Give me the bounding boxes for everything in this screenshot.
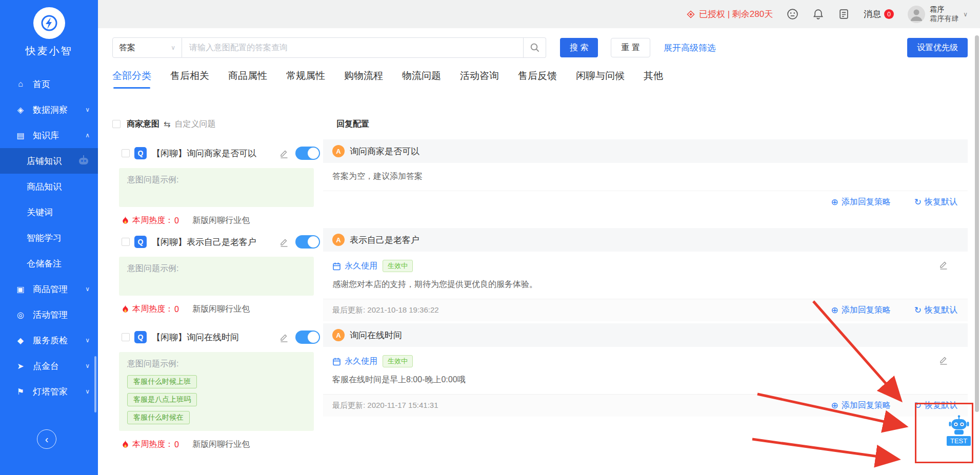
tab-after-sales-feedback[interactable]: 售后反馈 <box>518 69 557 89</box>
sidebar-scrollbar[interactable] <box>94 356 96 412</box>
reply-header: A 表示自己是老客户 <box>323 228 968 252</box>
search-icon <box>530 43 540 53</box>
sidebar-collapse-button[interactable]: ‹ <box>37 429 56 449</box>
restore-default-link[interactable]: ↻ 恢复默认 <box>914 400 957 411</box>
tab-other[interactable]: 其他 <box>644 69 663 89</box>
reply-body: 永久使用 生效中 感谢您对本店的支持，期待为您提供更优良的服务体验。 <box>323 252 968 299</box>
restore-default-link[interactable]: ↻ 恢复默认 <box>914 305 957 316</box>
intent-title: 【闲聊】表示自己是老客户 <box>152 236 256 248</box>
heat-label: 本周热度： <box>132 304 173 315</box>
notes-button[interactable] <box>838 8 850 20</box>
col-merchant-intent: 商家意图 <box>127 119 159 130</box>
knowledge-icon: ▤ <box>15 131 26 140</box>
sidebar-item-label: 点金台 <box>33 360 59 372</box>
sidebar-item-knowledge[interactable]: ▤ 知识库 ∧ <box>0 122 98 148</box>
license-text: 已授权 | 剩余280天 <box>699 8 773 20</box>
sidebar-item-shop-knowledge[interactable]: 店铺知识 <box>0 148 98 174</box>
edit-intent-button[interactable] <box>279 237 289 247</box>
sidebar-item-label: 活动管理 <box>33 309 68 321</box>
search-field-select[interactable]: 答案 ∨ <box>112 37 182 58</box>
col-custom-question[interactable]: 自定义问题 <box>174 119 215 130</box>
sidebar-item-home[interactable]: ⌂ 首页 <box>0 71 98 97</box>
search-icon-button[interactable] <box>524 37 546 58</box>
advanced-filter-link[interactable]: 展开高级筛选 <box>664 42 716 54</box>
sidebar-item-activity-manage[interactable]: ◎ 活动管理 <box>0 302 98 327</box>
tab-product-attrs[interactable]: 商品属性 <box>228 69 267 89</box>
sidebar-item-data-insight[interactable]: ◈ 数据洞察 ∨ <box>0 97 98 122</box>
intent-enabled-toggle[interactable] <box>295 147 320 160</box>
sidebar-item-keywords[interactable]: 关键词 <box>0 199 98 225</box>
example-box: 意图问题示例: <box>119 168 314 207</box>
row-checkbox[interactable] <box>122 238 130 246</box>
tab-general-attrs[interactable]: 常规属性 <box>286 69 325 89</box>
set-priority-button[interactable]: 设置优先级 <box>907 38 968 57</box>
messages-button[interactable]: 消息 0 <box>864 8 894 20</box>
tab-shopping-flow[interactable]: 购物流程 <box>344 69 383 89</box>
messages-label: 消息 <box>864 8 881 20</box>
user-menu[interactable]: 霜序 霜序有肆 ∨ <box>908 5 968 23</box>
select-all-checkbox[interactable] <box>112 120 121 128</box>
sidebar-item-dianjintai[interactable]: ➤ 点金台 ∨ <box>0 353 98 379</box>
edit-reply-button[interactable] <box>939 355 948 365</box>
reply-actions: ⊕ 添加回复策略 ↻ 恢复默认 <box>831 197 958 208</box>
intent-list: 商家意图 ⇆ 自定义问题 回复配置 Q 【闲聊】询问商家是否可以 <box>112 115 968 450</box>
row-checkbox[interactable] <box>122 333 130 341</box>
pencil-icon <box>279 333 289 342</box>
question-badge: Q <box>134 147 147 159</box>
reply-header: A 询问商家是否可以 <box>323 139 968 163</box>
tab-after-sales[interactable]: 售后相关 <box>170 69 209 89</box>
restore-default-link[interactable]: ↻ 恢复默认 <box>914 197 957 208</box>
edit-intent-button[interactable] <box>279 149 289 158</box>
validity-label: 永久使用 <box>345 356 377 367</box>
intent-card: Q 【闲聊】询问在线时间 意图问题示例: 客服什么时候上班 客服是八点上班吗 <box>112 323 323 450</box>
search-button[interactable]: 搜 索 <box>560 38 598 57</box>
notifications-button[interactable] <box>812 8 824 20</box>
sidebar-item-lighthouse[interactable]: ⚑ 灯塔管家 ∨ <box>0 379 98 404</box>
package-name: 新版闲聊行业包 <box>192 439 250 450</box>
row-checkbox[interactable] <box>122 149 130 157</box>
answer-badge: A <box>332 145 345 157</box>
reset-button[interactable]: 重 置 <box>611 38 650 57</box>
sidebar-item-product-manage[interactable]: ▣ 商品管理 ∨ <box>0 276 98 302</box>
swap-icon[interactable]: ⇆ <box>164 119 170 129</box>
tab-all-categories[interactable]: 全部分类 <box>112 69 151 89</box>
reply-footer: 最后更新: 2021-10-18 19:36:22 ⊕ 添加回复策略 ↻ 恢复默… <box>323 299 968 321</box>
package-name: 新版闲聊行业包 <box>192 304 250 315</box>
empty-answer-hint: 答案为空，建议添加答案 <box>332 172 423 180</box>
search-input[interactable] <box>182 37 524 58</box>
page-scrollbar[interactable] <box>975 35 979 412</box>
pencil-icon <box>939 260 948 270</box>
user-org: 霜序有肆 <box>930 14 958 24</box>
reply-name: 表示自己是老客户 <box>350 234 419 246</box>
add-reply-strategy-link[interactable]: ⊕ 添加回复策略 <box>831 197 891 208</box>
restore-icon: ↻ <box>914 400 922 411</box>
sidebar-item-warehouse-notes[interactable]: 仓储备注 <box>0 251 98 276</box>
add-reply-strategy-link[interactable]: ⊕ 添加回复策略 <box>831 400 891 411</box>
tab-logistics[interactable]: 物流问题 <box>402 69 441 89</box>
sidebar-item-smart-learning[interactable]: 智能学习 <box>0 225 98 251</box>
intent-enabled-toggle[interactable] <box>295 331 320 344</box>
examples-label: 意图问题示例: <box>127 359 178 368</box>
restore-icon: ↻ <box>914 197 922 208</box>
edit-intent-button[interactable] <box>279 333 289 342</box>
sidebar-menu: ⌂ 首页 ◈ 数据洞察 ∨ ▤ 知识库 ∧ 店铺知识 商品知识 关键词 <box>0 71 98 404</box>
reply-header: A 询问在线时间 <box>323 323 968 347</box>
intent-enabled-toggle[interactable] <box>295 235 320 249</box>
restore-default-label: 恢复默认 <box>925 305 957 316</box>
calendar-icon <box>332 262 341 271</box>
example-tag: 客服是八点上班吗 <box>127 393 197 406</box>
add-reply-strategy-link[interactable]: ⊕ 添加回复策略 <box>831 305 891 316</box>
sidebar-item-product-knowledge[interactable]: 商品知识 <box>0 174 98 199</box>
tab-activity-consult[interactable]: 活动咨询 <box>460 69 499 89</box>
reply-content: 客服在线时间是早上8:00-晚上0:00哦 <box>332 375 957 385</box>
list-header-left: 商家意图 ⇆ 自定义问题 <box>112 119 323 130</box>
pencil-icon <box>939 355 948 365</box>
edit-reply-button[interactable] <box>939 260 948 270</box>
add-reply-strategy-label: 添加回复策略 <box>842 305 891 316</box>
feedback-face-button[interactable] <box>787 8 798 20</box>
topbar: 已授权 | 剩余280天 消息 0 霜序 霜序有肆 <box>98 0 980 28</box>
tab-chitchat[interactable]: 闲聊与问候 <box>576 69 625 89</box>
sidebar-item-service-quality[interactable]: ◆ 服务质检 ∨ <box>0 327 98 353</box>
restore-icon: ↻ <box>914 305 922 316</box>
test-assistant-widget[interactable]: TEST <box>947 415 971 446</box>
